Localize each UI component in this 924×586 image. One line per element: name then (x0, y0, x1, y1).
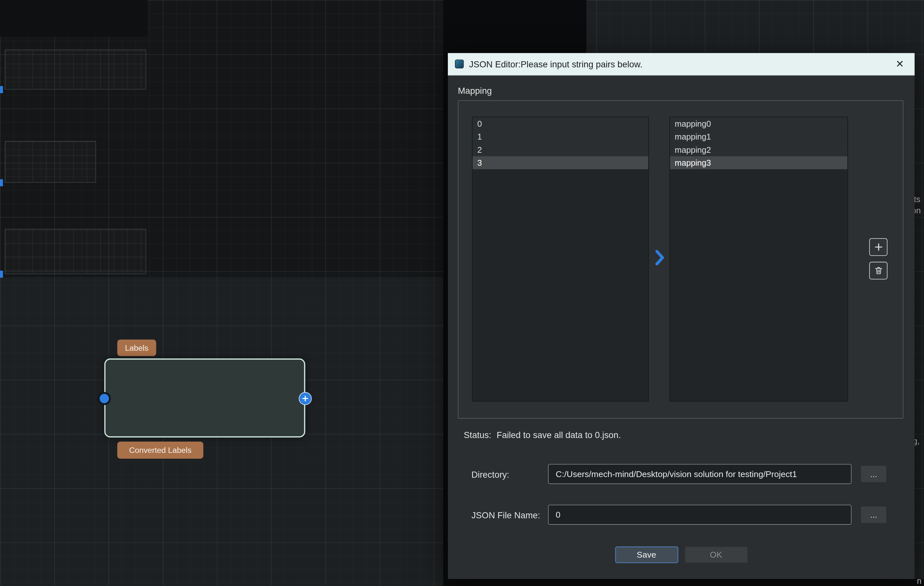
canvas-grid-panel (5, 141, 96, 183)
keys-list[interactable]: 0 1 2 3 (472, 117, 649, 401)
add-pair-button[interactable] (869, 238, 888, 256)
json-file-browse-button[interactable]: ... (860, 506, 887, 523)
directory-row: Directory: ... (471, 464, 911, 484)
list-item[interactable]: mapping0 (670, 118, 848, 130)
mapping-section-label: Mapping (458, 85, 492, 95)
plus-icon (873, 242, 884, 252)
json-file-name-input[interactable] (548, 505, 851, 525)
edge-marker (0, 271, 3, 278)
directory-label: Directory: (471, 469, 548, 479)
canvas-black-bottom-right (586, 579, 924, 586)
list-item[interactable]: 2 (473, 143, 648, 156)
directory-input[interactable] (548, 464, 851, 484)
trash-icon (873, 265, 884, 276)
save-button[interactable]: Save (615, 547, 678, 563)
dialog-titlebar[interactable]: JSON Editor:Please input string pairs be… (448, 53, 915, 76)
node-output-port[interactable] (299, 392, 312, 405)
delete-pair-button[interactable] (869, 262, 888, 280)
mapping-groupbox: 0 1 2 3 mapping0 mapping1 mapping2 mappi… (458, 100, 903, 419)
plus-icon (302, 395, 309, 402)
status-message: Failed to save all data to 0.json. (497, 430, 621, 440)
dialog-app-icon (455, 60, 464, 68)
dialog-title: JSON Editor:Please input string pairs be… (469, 59, 642, 69)
close-icon[interactable]: ✕ (892, 58, 908, 70)
ok-button[interactable]: OK (684, 547, 747, 563)
directory-browse-button[interactable]: ... (860, 465, 887, 483)
list-item[interactable]: mapping3 (670, 156, 848, 169)
json-file-name-row: JSON File Name: ... (471, 505, 911, 525)
list-item[interactable]: 3 (473, 156, 648, 169)
json-editor-dialog: JSON Editor:Please input string pairs be… (448, 53, 915, 579)
status-label: Status: (464, 430, 491, 440)
canvas-dark-corner (0, 0, 147, 36)
output-port-label: Converted Labels (117, 442, 203, 459)
input-port-label: Labels (117, 340, 156, 356)
mapping-direction-chevron-icon (653, 250, 666, 266)
label-mapping-node[interactable]: Label Mapping (1) ? (104, 358, 305, 437)
edge-marker (0, 86, 3, 93)
canvas-grid-panel (5, 50, 146, 89)
edge-marker (0, 179, 3, 186)
list-item[interactable]: 0 (473, 118, 648, 130)
dialog-actions: Save OK (448, 547, 915, 563)
json-file-name-label: JSON File Name: (471, 510, 548, 520)
list-item[interactable]: mapping2 (670, 143, 848, 156)
list-item[interactable]: mapping1 (670, 130, 848, 143)
canvas-grid-panel (5, 229, 146, 274)
values-list[interactable]: mapping0 mapping1 mapping2 mapping3 (670, 117, 848, 401)
status-row: Status: Failed to save all data to 0.jso… (464, 430, 621, 440)
list-item[interactable]: 1 (473, 130, 648, 143)
node-input-port[interactable] (98, 392, 111, 405)
clipped-text-fragment: n (917, 576, 921, 585)
app-window: Labels (0, 0, 924, 586)
